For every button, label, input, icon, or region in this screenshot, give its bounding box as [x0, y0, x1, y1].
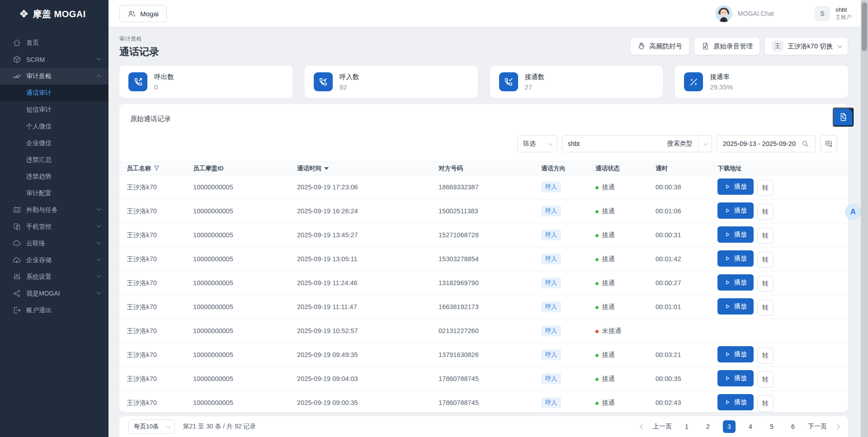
sidebar-item-16[interactable]: 账户退出 — [0, 302, 108, 319]
play-button[interactable]: 播放 — [717, 274, 754, 291]
filter-funnel-icon[interactable] — [154, 165, 160, 172]
sidebar-item-12[interactable]: 云联络 — [0, 235, 108, 252]
transfer-button[interactable]: 转 — [757, 276, 774, 292]
page-number-4[interactable]: 4 — [744, 420, 757, 433]
page-number-1[interactable]: 1 — [680, 420, 693, 433]
wang-badge: 王 — [772, 40, 783, 52]
next-chevron-icon[interactable] — [835, 424, 840, 429]
sidebar-item-15[interactable]: 我是MOGAI — [0, 285, 108, 302]
sort-desc-icon[interactable] — [324, 167, 329, 170]
page-size-select[interactable]: 每页10条 — [128, 419, 175, 434]
cell-phone-number: 15271068728 — [439, 231, 541, 239]
direction-tag: 呼入 — [541, 325, 561, 336]
cloud-icon — [13, 239, 21, 248]
devices-icon — [13, 222, 21, 231]
play-button[interactable]: 播放 — [717, 298, 754, 315]
sidebar-item-10[interactable]: 外勤与任务 — [0, 202, 108, 218]
next-page-button[interactable]: 下一页 — [808, 423, 827, 431]
transfer-button[interactable]: 转 — [757, 371, 774, 388]
play-button[interactable]: 播放 — [717, 179, 754, 195]
sidebar-item-2[interactable]: 审计质检 — [0, 68, 108, 85]
scrollbar-thumb[interactable] — [862, 2, 867, 51]
sidebar-item-label: 账户退出 — [26, 306, 52, 315]
breadcrumb: 审计质检 — [119, 35, 159, 43]
play-icon — [724, 255, 731, 262]
sidebar-item-3[interactable]: 通话审计 — [0, 85, 108, 101]
transfer-button[interactable]: 转 — [757, 228, 774, 244]
sidebar-item-13[interactable]: 企业存储 — [0, 252, 108, 268]
workspace-button[interactable]: Mogai — [119, 5, 167, 22]
action-button-0[interactable]: 高频防封号 — [630, 37, 690, 55]
search-input[interactable] — [562, 140, 662, 147]
sidebar-item-14[interactable]: 系统设置 — [0, 268, 108, 285]
transfer-button[interactable]: 转 — [757, 395, 774, 412]
play-icon — [724, 351, 731, 357]
devices-icon — [13, 222, 21, 231]
play-button[interactable]: 播放 — [717, 202, 754, 219]
page-number-2[interactable]: 2 — [702, 420, 714, 433]
table-row: 王汐洛k70100000000052025-09-19 09:04:031786… — [119, 367, 848, 391]
transfer-button[interactable]: 转 — [757, 204, 774, 220]
double-check-icon — [13, 72, 21, 80]
sidebar-item-11[interactable]: 手机管控 — [0, 218, 108, 235]
scrollbar-track[interactable] — [861, 0, 868, 437]
chevron-down-icon[interactable] — [698, 136, 712, 152]
column-header[interactable]: 通话时间 — [297, 164, 439, 173]
transfer-button[interactable]: 转 — [757, 180, 774, 196]
sidebar-item-label: 企业存储 — [26, 256, 52, 264]
sidebar-item-1[interactable]: SCRM — [0, 51, 108, 68]
account-meta[interactable]: shbt 主账户 — [835, 6, 852, 21]
sidebar-item-6[interactable]: 企业微信 — [0, 135, 108, 151]
action-button-1[interactable]: 原始录音管理 — [694, 37, 760, 55]
cell-phone-number: 13791630826 — [439, 351, 541, 358]
table-body: 王汐洛k70100000000052025-09-19 17:23:061866… — [119, 175, 848, 415]
avatar[interactable] — [715, 5, 732, 22]
stat-value: 92 — [340, 83, 359, 91]
action-button-2[interactable]: 王王汐洛k70 切换 — [764, 37, 848, 55]
sliders-icon — [13, 273, 21, 281]
play-button[interactable]: 播放 — [717, 250, 754, 267]
play-icon — [724, 303, 731, 310]
sliders-icon — [13, 273, 21, 281]
assistant-floating-button[interactable]: A — [845, 204, 861, 220]
date-range-picker[interactable]: 2025-09-13 - 2025-09-20 — [717, 135, 816, 152]
sidebar-item-8[interactable]: 违禁趋势 — [0, 168, 108, 185]
search-type-select[interactable]: 搜索类型 — [662, 136, 712, 152]
transfer-button[interactable]: 转 — [757, 300, 774, 316]
filter-select[interactable]: 筛选 — [517, 135, 557, 152]
sidebar-item-9[interactable]: 审计配置 — [0, 185, 108, 202]
stat-label: 接通数 — [525, 73, 545, 81]
account-badge[interactable]: S — [815, 6, 830, 21]
cell-employee-name: 王汐洛k70 — [127, 399, 193, 407]
chevron-down-icon — [838, 43, 842, 48]
column-settings-button[interactable] — [820, 135, 837, 152]
page-number-6[interactable]: 6 — [787, 420, 799, 433]
search-group: 搜索类型 — [562, 135, 712, 152]
play-button[interactable]: 播放 — [717, 226, 754, 243]
stat-card: 接通率 29.35% — [675, 66, 848, 98]
play-button[interactable]: 播放 — [717, 370, 754, 386]
transfer-button[interactable]: 转 — [757, 348, 774, 364]
prev-chevron-icon[interactable] — [640, 424, 645, 429]
column-header: 下载地址 — [717, 164, 841, 173]
sidebar-item-7[interactable]: 违禁汇总 — [0, 151, 108, 168]
sidebar-item-label: 短信审计 — [26, 106, 52, 114]
percent-icon — [684, 72, 703, 91]
table-header: 员工名称员工摩盖ID通话时间对方号码通话方向通话状态通时下载地址 — [119, 161, 848, 175]
page-number-5[interactable]: 5 — [765, 420, 778, 433]
cell-call-time: 2025-09-19 09:49:35 — [297, 351, 439, 358]
sidebar-item-4[interactable]: 短信审计 — [0, 101, 108, 118]
page-number-3[interactable]: 3 — [723, 420, 736, 433]
stat-card: 呼出数 0 — [119, 66, 292, 98]
column-settings-icon — [825, 140, 833, 148]
export-button[interactable] — [833, 108, 854, 127]
column-header[interactable]: 员工名称 — [127, 164, 193, 173]
transfer-button[interactable]: 转 — [757, 252, 774, 268]
play-button[interactable]: 播放 — [717, 394, 754, 410]
play-button[interactable]: 播放 — [717, 346, 754, 362]
prev-page-button[interactable]: 上一页 — [653, 423, 672, 431]
sidebar-item-5[interactable]: 个人微信 — [0, 118, 108, 135]
cube-icon — [13, 55, 21, 64]
sidebar-item-0[interactable]: 首页 — [0, 34, 108, 51]
cell-phone-number: 15002511383 — [439, 207, 541, 215]
